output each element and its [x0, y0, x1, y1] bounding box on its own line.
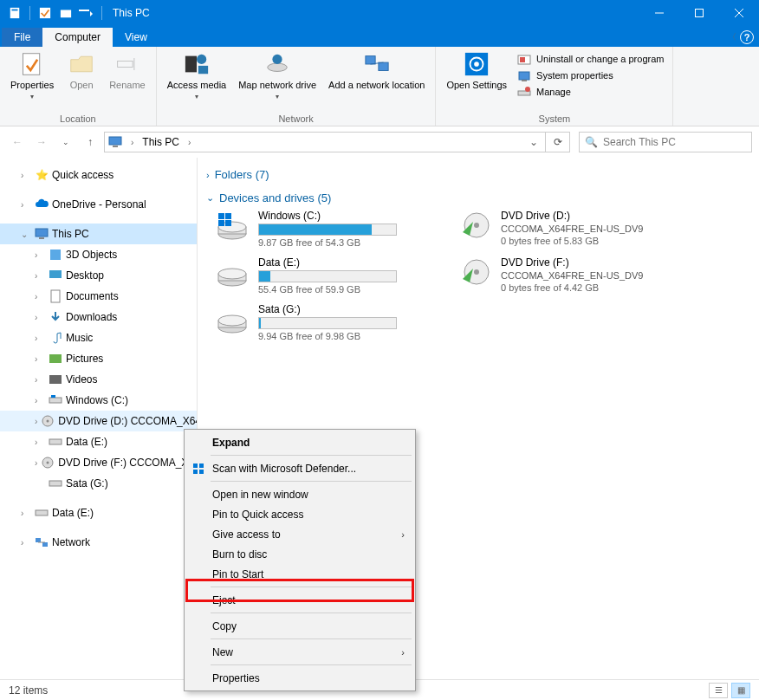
- minimize-button[interactable]: [639, 0, 679, 26]
- window-title: This PC: [113, 7, 150, 19]
- uninstall-program-button[interactable]: Uninstall or change a program: [514, 52, 667, 68]
- svg-point-16: [273, 55, 282, 64]
- recent-locations-dropdown[interactable]: ⌄: [55, 132, 76, 152]
- forward-button[interactable]: →: [31, 132, 52, 152]
- pc-icon: [108, 135, 122, 149]
- context-menu: Expand Scan with Microsoft Defender... O…: [184, 429, 416, 691]
- network-icon: [35, 535, 49, 549]
- properties-button[interactable]: Properties▾: [5, 49, 59, 112]
- usage-bar: [258, 224, 397, 236]
- tree-dvd-f[interactable]: ›DVD Drive (F:) CCCOMA_X64F: [0, 452, 197, 473]
- back-button[interactable]: ←: [7, 132, 28, 152]
- address-bar[interactable]: › This PC › ⌄: [104, 132, 546, 152]
- disc-icon: [41, 414, 55, 428]
- tree-videos[interactable]: ›Videos: [0, 369, 197, 390]
- up-button[interactable]: ↑: [80, 132, 101, 152]
- star-icon: ⭐: [35, 168, 49, 182]
- qat-newfolder-icon[interactable]: [56, 3, 75, 23]
- tree-data-e[interactable]: ›Data (E:): [0, 431, 197, 452]
- tree-desktop[interactable]: ›Desktop: [0, 265, 197, 286]
- qat-properties-icon[interactable]: [36, 3, 55, 23]
- tree-quick-access[interactable]: ›⭐Quick access: [0, 165, 197, 185]
- close-button[interactable]: [719, 0, 759, 26]
- cube-icon: [49, 248, 62, 262]
- chevron-right-icon: ›: [401, 647, 405, 658]
- tree-pictures[interactable]: ›Pictures: [0, 348, 197, 369]
- svg-point-44: [47, 462, 49, 464]
- tree-network[interactable]: ›Network: [0, 532, 197, 553]
- tree-data-e-root[interactable]: ›Data (E:): [0, 502, 197, 523]
- drive-item-c[interactable]: Windows (C:) 9.87 GB free of 54.3 GB: [215, 210, 431, 248]
- drive-icon: [215, 256, 250, 291]
- tree-sata-g[interactable]: Sata (G:): [0, 473, 197, 494]
- address-dropdown-icon[interactable]: ⌄: [526, 136, 542, 148]
- drive-icon: [215, 303, 250, 338]
- tree-3d-objects[interactable]: ›3D Objects: [0, 244, 197, 265]
- ctx-copy[interactable]: Copy: [186, 616, 413, 636]
- ctx-pin-quick-access[interactable]: Pin to Quick access: [186, 504, 413, 524]
- svg-rect-67: [193, 463, 198, 468]
- search-icon: 🔍: [585, 136, 598, 148]
- usage-bar: [258, 317, 397, 329]
- open-settings-button[interactable]: Open Settings: [441, 49, 512, 112]
- search-input[interactable]: 🔍 Search This PC: [579, 132, 752, 152]
- svg-rect-9: [23, 54, 40, 75]
- large-icons-view-button[interactable]: ▦: [731, 683, 750, 698]
- system-properties-button[interactable]: System properties: [514, 68, 667, 84]
- svg-rect-36: [49, 354, 62, 363]
- qat-customize-dropdown[interactable]: [77, 3, 96, 23]
- tree-this-pc[interactable]: ⌄This PC: [0, 224, 197, 244]
- ctx-expand[interactable]: Expand: [186, 432, 413, 452]
- ribbon: Properties▾ Open Rename Location Access …: [0, 47, 759, 126]
- tab-file[interactable]: File: [2, 28, 42, 47]
- qat-pin-icon[interactable]: [5, 3, 24, 23]
- tree-onedrive[interactable]: ›OneDrive - Personal: [0, 194, 197, 215]
- search-placeholder: Search This PC: [603, 136, 676, 148]
- help-icon[interactable]: ?: [740, 30, 754, 44]
- ribbon-collapse-icon[interactable]: 〈: [728, 31, 736, 43]
- ctx-eject[interactable]: Eject: [186, 590, 413, 610]
- svg-rect-25: [519, 72, 529, 80]
- drive-icon: [49, 476, 62, 490]
- map-network-drive-button[interactable]: Map network drive▾: [233, 49, 321, 112]
- tree-dvd-d[interactable]: ›DVD Drive (D:) CCCOMA_X64FRE: [0, 411, 197, 431]
- svg-point-28: [525, 87, 530, 92]
- tree-windows-c[interactable]: ›Windows (C:): [0, 390, 197, 411]
- tree-music[interactable]: ›Music: [0, 327, 197, 348]
- ctx-scan-defender[interactable]: Scan with Microsoft Defender...: [186, 458, 413, 478]
- chevron-right-icon[interactable]: ›: [185, 138, 194, 147]
- status-item-count: 12 items: [9, 684, 48, 697]
- breadcrumb-this-pc[interactable]: This PC: [142, 136, 179, 148]
- ctx-pin-to-start[interactable]: Pin to Start: [186, 564, 413, 584]
- details-view-button[interactable]: ☰: [709, 683, 728, 698]
- ctx-give-access-to[interactable]: Give access to›: [186, 524, 413, 544]
- download-icon: [49, 310, 62, 324]
- drive-item-g[interactable]: Sata (G:) 9.94 GB free of 9.98 GB: [215, 303, 431, 341]
- tree-downloads[interactable]: ›Downloads: [0, 307, 197, 327]
- devices-section-header[interactable]: ⌄Devices and drives (5): [206, 186, 750, 210]
- ctx-open-new-window[interactable]: Open in new window: [186, 484, 413, 504]
- music-icon: [49, 331, 62, 345]
- svg-rect-54: [225, 213, 231, 219]
- tree-documents[interactable]: ›Documents: [0, 286, 197, 307]
- drive-item-d[interactable]: DVD Drive (D:) CCCOMA_X64FRE_EN-US_DV9 0…: [457, 210, 674, 248]
- tab-computer[interactable]: Computer: [42, 28, 113, 47]
- drive-icon: [215, 210, 250, 244]
- chevron-right-icon[interactable]: ›: [127, 138, 137, 147]
- manage-button[interactable]: Manage: [514, 85, 667, 100]
- ctx-burn-to-disc[interactable]: Burn to disc: [186, 544, 413, 564]
- folders-section-header[interactable]: ›Folders (7): [206, 163, 750, 186]
- drive-item-e[interactable]: Data (E:) 55.4 GB free of 59.9 GB: [215, 256, 431, 295]
- refresh-button[interactable]: ⟳: [546, 132, 570, 152]
- ctx-properties[interactable]: Properties: [186, 668, 413, 688]
- svg-rect-3: [61, 10, 71, 18]
- add-network-location-button[interactable]: Add a network location: [323, 49, 430, 112]
- drive-item-f[interactable]: DVD Drive (F:) CCCOMA_X64FRE_EN-US_DV9 0…: [457, 256, 674, 295]
- access-media-button[interactable]: Access media▾: [162, 49, 231, 112]
- drive-icon: [49, 393, 62, 407]
- svg-rect-70: [199, 470, 204, 474]
- svg-rect-31: [36, 229, 48, 237]
- ctx-new[interactable]: New›: [186, 642, 413, 662]
- tab-view[interactable]: View: [113, 28, 159, 47]
- maximize-button[interactable]: [679, 0, 719, 26]
